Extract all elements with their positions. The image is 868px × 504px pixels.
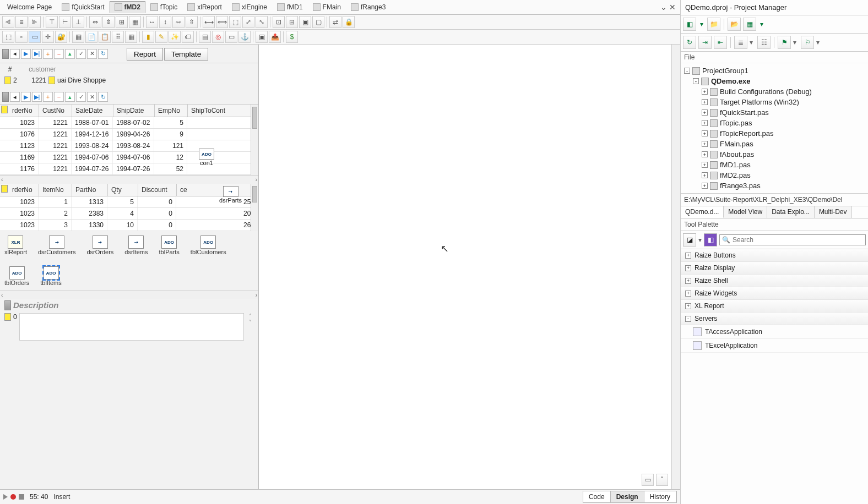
component-dsrorders[interactable]: ⇢dsrOrders — [86, 235, 113, 255]
tree-node[interactable]: +Target Platforms (Win32) — [684, 97, 865, 107]
palette-category[interactable]: +XL Report — [681, 300, 868, 313]
expand-icon[interactable]: - — [693, 78, 699, 84]
dollar-icon[interactable]: $ — [286, 31, 298, 43]
nav-prev-icon[interactable]: ▶ — [21, 92, 31, 102]
palette-category[interactable]: +Raize Shell — [681, 275, 868, 287]
vscroll-icon[interactable] — [251, 184, 258, 231]
record-led-icon[interactable] — [10, 494, 16, 500]
scroll-up-icon[interactable]: ˄ — [249, 313, 252, 319]
col-orderno2[interactable]: rderNo — [9, 184, 39, 196]
nav-cancel-icon[interactable]: ✕ — [87, 92, 97, 102]
nav-delete-icon[interactable]: − — [54, 92, 64, 102]
copy-icon[interactable]: 📋 — [99, 31, 111, 43]
nav-handle-icon[interactable] — [2, 92, 9, 102]
expand-icon[interactable]: + — [685, 253, 691, 259]
nav-delete-icon[interactable]: − — [54, 49, 64, 59]
expand-icon[interactable]: + — [702, 120, 708, 126]
magic-icon[interactable]: ✨ — [169, 31, 181, 43]
dropdown-icon[interactable]: ▾ — [698, 236, 702, 244]
report-button[interactable]: Report — [127, 48, 163, 61]
dropdown-icon[interactable]: ▾ — [698, 18, 705, 31]
center-v-icon[interactable]: ⊟ — [286, 16, 298, 28]
shrink-icon[interactable]: ⤡ — [256, 16, 268, 28]
new-icon[interactable]: ▭ — [225, 31, 237, 43]
size-both-icon[interactable]: ⬚ — [229, 16, 241, 28]
grid-icon[interactable]: ▦ — [72, 31, 84, 43]
align-snap-icon[interactable]: ▦ — [129, 16, 141, 28]
tree-node[interactable]: +fTopic.pas — [684, 118, 865, 128]
expand-icon[interactable]: + — [702, 99, 708, 105]
target-icon[interactable]: ◎ — [212, 31, 224, 43]
component-xlreport[interactable]: XLRxlReport — [4, 235, 27, 255]
col-orderno[interactable]: rderNo — [9, 105, 39, 117]
size-h-icon[interactable]: ⟺ — [216, 16, 228, 28]
tabs-close-icon[interactable]: ✕ — [669, 3, 676, 12]
crosshair-icon[interactable]: ✛ — [42, 31, 54, 43]
tree-node[interactable]: +fAbout.pas — [684, 149, 865, 160]
send-back-icon[interactable]: ▢ — [312, 16, 324, 28]
nav-post-icon[interactable]: ✓ — [76, 49, 86, 59]
expand-icon[interactable]: + — [702, 151, 708, 157]
nav-post-icon[interactable]: ✓ — [76, 92, 86, 102]
palette-category[interactable]: -Servers — [681, 313, 868, 325]
lock-icon[interactable]: 🔒 — [343, 16, 355, 28]
nav-refresh-icon[interactable]: ↻ — [98, 92, 108, 102]
expand-icon[interactable]: + — [685, 265, 691, 271]
expand-icon[interactable]: - — [685, 316, 691, 322]
lock2-icon[interactable]: 🔐 — [55, 31, 67, 43]
tree-node[interactable]: +fMD2.pas — [684, 170, 865, 180]
tab-modelview[interactable]: Model View — [724, 206, 767, 218]
expand-icon[interactable]: + — [702, 172, 708, 178]
tab-fmain[interactable]: FMain — [308, 1, 346, 13]
tag-icon[interactable]: 🏷 — [182, 31, 194, 43]
pm-add-icon[interactable]: 📁 — [707, 18, 720, 31]
tree-node[interactable]: +fRange3.pas — [684, 180, 865, 191]
filter-icon[interactable]: ☷ — [757, 36, 771, 49]
tree-node[interactable]: -ProjectGroup1 — [684, 65, 865, 76]
pencil-icon[interactable]: ✎ — [155, 31, 167, 43]
tab-history[interactable]: History — [644, 491, 676, 502]
dropdown-icon[interactable]: ▾ — [758, 18, 765, 31]
tab-multidev[interactable]: Multi-Dev — [815, 206, 852, 218]
nav-next-icon[interactable]: ▶| — [32, 92, 42, 102]
description-input[interactable] — [19, 313, 244, 341]
tree-node[interactable]: +FMain.pas — [684, 139, 865, 149]
template-button[interactable]: Template — [164, 48, 208, 61]
component-tblparts[interactable]: ADOtblParts — [159, 235, 180, 255]
vscroll-icon[interactable] — [251, 105, 258, 175]
hscroll-items[interactable]: ‹› — [0, 291, 258, 299]
pm-view-icon[interactable]: ▦ — [743, 18, 756, 31]
export-icon[interactable]: 📤 — [269, 31, 281, 43]
layout-toggle-icon[interactable]: ▭ — [642, 474, 654, 486]
dropdown-icon[interactable]: ▾ — [750, 39, 755, 46]
col-itemno[interactable]: ItemNo — [39, 184, 72, 196]
tab-code[interactable]: Code — [583, 491, 611, 502]
nav-insert-icon[interactable]: + — [43, 49, 53, 59]
doc-icon[interactable]: ▤ — [199, 31, 211, 43]
tab-fmd2[interactable]: fMD2 — [110, 1, 145, 13]
list-icon[interactable]: ≣ — [734, 36, 747, 49]
nav-insert-icon[interactable]: + — [43, 92, 53, 102]
space-h-icon[interactable]: ↔ — [146, 16, 158, 28]
palette-item[interactable]: TAccessApplication — [681, 325, 868, 339]
component-tblcustomers[interactable]: ADOtblCustomers — [191, 235, 226, 255]
component-dsrcustomers[interactable]: ⇢dsrCustomers — [38, 235, 75, 255]
equal-v-icon[interactable]: ⇳ — [186, 16, 198, 28]
tabs-scroll-left-icon[interactable]: ⌄ — [660, 3, 667, 12]
col-empno[interactable]: EmpNo — [155, 105, 188, 117]
component-con1[interactable]: ADOcon1 — [199, 149, 214, 166]
pm-open-icon[interactable]: 📂 — [728, 18, 741, 31]
tree-node[interactable]: +Build Configurations (Debug) — [684, 86, 865, 97]
palette-item[interactable]: TExcelApplication — [681, 339, 868, 353]
tab-welcome[interactable]: Welcome Page — [2, 1, 57, 13]
palette-category[interactable]: +Raize Buttons — [681, 249, 868, 262]
col-price[interactable]: ce — [177, 184, 258, 196]
frame-icon[interactable]: ▭ — [29, 31, 41, 43]
nav-next-icon[interactable]: ▶| — [32, 49, 42, 59]
anchor-icon[interactable]: ⚓ — [238, 31, 251, 43]
align-center-icon[interactable]: ≡ — [15, 16, 28, 28]
panel-handle-icon[interactable] — [4, 300, 11, 310]
expand-icon[interactable]: + — [702, 183, 708, 189]
col-saledate[interactable]: SaleDate — [72, 105, 113, 117]
tab-design[interactable]: Design — [611, 491, 644, 502]
